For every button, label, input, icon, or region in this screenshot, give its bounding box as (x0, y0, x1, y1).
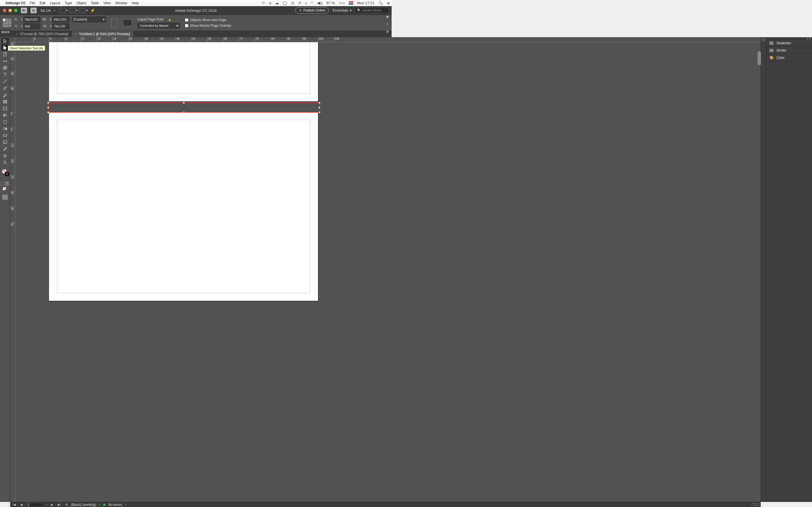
screen-mode-button[interactable] (80, 8, 86, 13)
type-tool[interactable] (1, 71, 9, 78)
gap-tool[interactable] (1, 58, 9, 64)
bluetooth-icon[interactable]: ᚛ (305, 1, 307, 5)
x-field[interactable]: ▲▼ (20, 17, 40, 22)
quick-apply-icon[interactable]: ⚡︎ (386, 22, 389, 26)
window-shade-icons[interactable] (0, 30, 11, 35)
view-options-button[interactable] (59, 8, 65, 13)
adobe-stock-search[interactable]: 🔍 Adobe Stock (355, 8, 389, 13)
zoom-tool[interactable] (1, 159, 9, 166)
chevron-down-icon: ▾ (103, 17, 105, 21)
workspace-switcher[interactable]: Essentials ▾ (333, 8, 352, 12)
dropbox-icon[interactable]: ⧈ (269, 1, 271, 5)
search-placeholder: Adobe Stock (362, 8, 382, 12)
selection-bounds[interactable] (48, 103, 320, 113)
zoom-dropdown-icon[interactable]: ▾ (54, 9, 55, 12)
menu-layout[interactable]: Layout (50, 1, 60, 5)
apply-color-button[interactable] (1, 182, 4, 186)
y-field[interactable]: ▲▼ (20, 23, 40, 29)
gradient-feather-tool[interactable] (1, 132, 9, 138)
window-zoom-button[interactable] (14, 9, 17, 12)
hand-tool[interactable] (1, 153, 9, 159)
page-tool[interactable] (1, 51, 9, 57)
clock-text[interactable]: Mon 17:21 (357, 1, 374, 5)
x-label: X: (15, 17, 18, 21)
orientation-landscape-button[interactable] (123, 19, 132, 26)
clock-icon[interactable]: ◷ (291, 1, 294, 5)
eyedropper-tool[interactable] (1, 146, 9, 152)
menu-window[interactable]: Window (115, 1, 128, 5)
fill-stroke-toggle[interactable] (1, 186, 9, 192)
menu-edit[interactable]: Edit (40, 1, 46, 5)
liquid-rule-dropdown[interactable]: Controlled by Master (138, 23, 180, 29)
document-page[interactable] (49, 112, 318, 244)
orientation-portrait-button[interactable] (111, 18, 118, 27)
vertical-ruler[interactable]: 4854606606121824303642 (10, 42, 15, 244)
window-close-button[interactable] (3, 9, 6, 12)
reference-point-grid[interactable] (3, 18, 11, 27)
menu-type[interactable]: Type (64, 1, 72, 5)
stock-badge[interactable]: St (31, 8, 37, 13)
page-preset-value: [Custom] (73, 17, 87, 21)
menu-object[interactable]: Object (77, 1, 86, 5)
master-overlay-checkbox[interactable]: Show Master Page Overlay (185, 24, 231, 27)
app-name[interactable]: InDesign CC (6, 1, 26, 5)
w-field[interactable]: ▲▼ (49, 17, 69, 22)
panel-settings-icon[interactable]: ✱ (386, 15, 389, 19)
objects-move-checkbox[interactable]: Objects Move with Page (185, 18, 231, 22)
sync-green-icon[interactable]: ⟳ (262, 1, 265, 5)
horizontal-ruler[interactable]: 606121824303642485460667278849096102108 (15, 37, 392, 42)
page-preset-dropdown[interactable]: [Custom]▾ (72, 17, 106, 22)
document-tab[interactable]: ✕*Untitled-2 @ 54% [GPU Preview] (71, 31, 134, 37)
svg-rect-8 (3, 128, 7, 129)
document-page[interactable] (49, 42, 318, 101)
w-input[interactable] (52, 17, 69, 22)
screen-mode-toggle[interactable] (2, 194, 8, 200)
window-minimize-button[interactable] (8, 9, 12, 12)
spotlight-icon[interactable]: 🔍 (378, 1, 383, 5)
sync-icon[interactable]: ↺ (298, 1, 301, 5)
menu-view[interactable]: View (103, 1, 111, 5)
scissors-tool[interactable] (1, 112, 9, 118)
panel-menu-icon[interactable]: ≣ (386, 30, 389, 34)
h-input[interactable] (52, 23, 69, 29)
h-field[interactable]: ▲▼ (49, 23, 69, 29)
close-tab-icon[interactable]: ✕ (16, 33, 18, 36)
content-collector-tool[interactable] (1, 65, 9, 71)
objects-move-label: Objects Move with Page (190, 18, 226, 22)
menu-table[interactable]: Table (91, 1, 99, 5)
wifi-icon[interactable]: ⌔ (311, 1, 313, 5)
rectangle-frame-tool[interactable] (1, 99, 9, 105)
flag-icon[interactable] (349, 1, 353, 4)
menu-list-icon[interactable]: ≣ (387, 1, 390, 5)
menu-help[interactable]: Help (132, 1, 139, 5)
close-tab-icon[interactable]: ✕ (75, 33, 77, 36)
document-tab[interactable]: ✕*CV.indd @ 75% [GPU Preview] (12, 31, 71, 37)
y-input[interactable] (23, 23, 40, 29)
cc-icon[interactable]: ◯ (283, 1, 287, 5)
publish-online-button[interactable]: ⇪ Publish Online (295, 7, 329, 14)
tool-tooltip: Direct Selection Tool (A) (8, 46, 45, 51)
pen-tool[interactable] (1, 85, 9, 91)
fill-stroke-swap[interactable] (1, 169, 9, 175)
pencil-tool[interactable] (1, 92, 9, 98)
menu-file[interactable]: File (30, 1, 35, 5)
battery-icon[interactable]: ⚡︎▭ (339, 1, 345, 5)
note-tool[interactable] (1, 139, 9, 145)
free-transform-tool[interactable] (1, 119, 9, 125)
rectangle-tool[interactable] (1, 105, 9, 112)
volume-icon[interactable]: ◀︎)) (317, 1, 322, 5)
warning-icon[interactable]: ▲ (168, 17, 172, 22)
arrange-button[interactable] (69, 8, 75, 13)
svg-point-6 (3, 115, 4, 117)
apply-gradient-button[interactable]: T (5, 182, 9, 186)
cloud-icon[interactable]: ☁︎ (275, 1, 279, 5)
line-tool[interactable] (1, 78, 9, 84)
ruler-origin[interactable] (10, 37, 15, 42)
selection-tool[interactable] (1, 38, 9, 44)
zoom-level[interactable]: 54,1% (41, 8, 51, 13)
gpu-icon[interactable] (90, 8, 95, 13)
bridge-badge[interactable]: Br (21, 8, 27, 13)
pasteboard[interactable] (15, 42, 392, 244)
x-input[interactable] (23, 17, 40, 22)
gradient-swatch-tool[interactable] (1, 126, 9, 132)
